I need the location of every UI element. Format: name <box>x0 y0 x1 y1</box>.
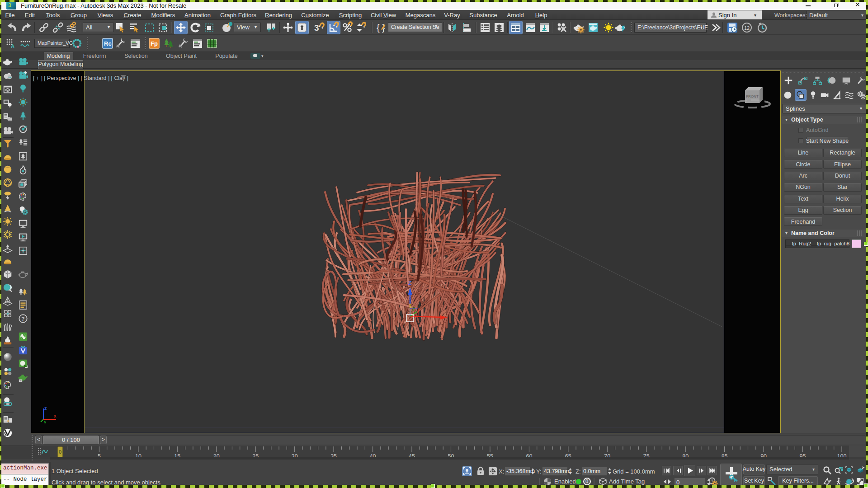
svg-text:3: 3 <box>314 23 319 33</box>
svg-text:12: 12 <box>744 25 750 31</box>
svg-text:x: x <box>54 413 57 418</box>
svg-text:Fp: Fp <box>151 40 158 47</box>
svg-text:z: z <box>44 405 47 411</box>
svg-text:Rc: Rc <box>104 40 112 47</box>
svg-text:?: ? <box>21 316 24 322</box>
svg-text:{: { <box>377 23 380 33</box>
svg-text:Z: Z <box>408 280 411 286</box>
svg-text:A: A <box>11 43 14 49</box>
svg-text:FRONT: FRONT <box>746 94 759 99</box>
